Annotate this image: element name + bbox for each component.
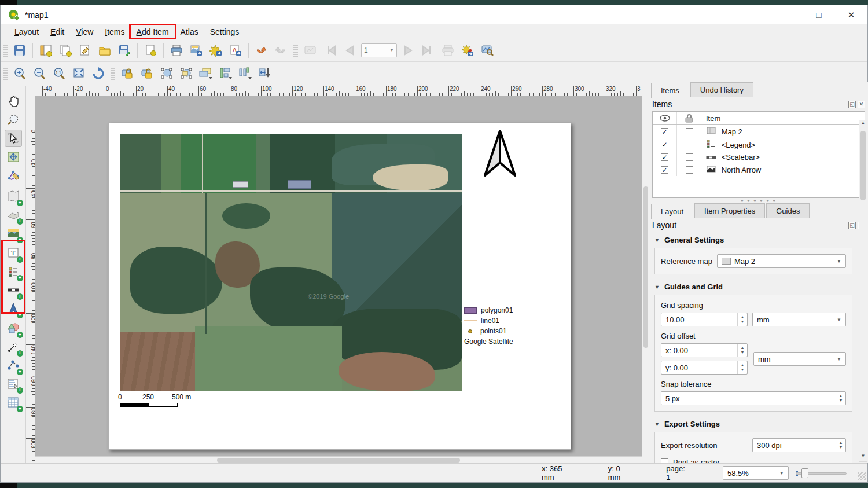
snap-tolerance-spinbox[interactable]: 5 px ▲▼ [661,391,846,405]
atlas-page-combobox[interactable]: 1▼ [361,43,397,57]
export-settings-header[interactable]: ▼ Export Settings [649,416,858,431]
unlock-all-items-button[interactable] [138,65,156,82]
zoom-slider-handle[interactable] [801,468,808,478]
menu-edit[interactable]: Edit [45,25,70,38]
atlas-settings-button[interactable] [479,42,496,59]
visibility-checkbox[interactable]: ✓ [661,153,668,161]
north-arrow-item[interactable] [483,129,517,178]
redo-button[interactable] [273,42,290,59]
add-arrow-tool[interactable]: + [5,338,22,355]
grid-offset-y-spinbox[interactable]: y: 0.00 ▲▼ [661,361,748,375]
raise-selected-items-button[interactable] [197,65,215,82]
next-feature-button[interactable] [400,42,417,59]
scalebar-item[interactable]: 0 250 500 m [120,393,201,407]
group-items-button[interactable] [158,65,175,82]
add-map-tool[interactable]: + [5,188,22,205]
print-layout-button[interactable] [168,42,185,59]
tab-item-properties[interactable]: Item Properties [694,203,765,218]
export-as-svg-button[interactable] [207,42,225,59]
lock-checkbox[interactable] [686,153,693,161]
map-frame-item[interactable]: ©2019 Google [120,134,462,391]
spinner-arrows-icon[interactable]: ▲▼ [737,344,747,357]
float-panel-icon[interactable]: ◱ [848,101,856,108]
tab-layout[interactable]: Layout [651,204,693,219]
toolbar-grip[interactable] [293,43,298,57]
layout-panel-scrollbar[interactable]: ▲ ▼ [859,120,867,462]
add-attribute-table-tool[interactable]: + [5,394,22,411]
open-folder-button[interactable] [96,42,113,59]
grid-spacing-unit-combobox[interactable]: mm ▼ [752,313,846,326]
spinner-arrows-icon[interactable]: ▲▼ [737,313,747,326]
save-project-button[interactable] [11,42,28,59]
visibility-checkbox[interactable]: ✓ [661,166,668,174]
grid-spacing-spinbox[interactable]: 10.00 ▲▼ [661,313,748,326]
tab-undo-history[interactable]: Undo History [690,82,753,97]
refresh-view-button[interactable] [90,65,107,82]
distribute-left-edges-button[interactable] [237,65,254,82]
lock-checkbox[interactable] [686,141,693,148]
add-html-tool[interactable]: + [5,375,22,392]
float-panel-icon[interactable]: ◱ [848,222,856,229]
guides-grid-header[interactable]: ▼ Guides and Grid [649,279,858,293]
toolbar-grip[interactable] [3,43,8,57]
grid-offset-unit-combobox[interactable]: mm ▼ [753,352,846,366]
save-as-template-button[interactable] [116,42,133,59]
item-row-scalebar[interactable]: ✓ <Scalebar> [653,151,865,163]
scroll-down-icon[interactable]: ▼ [859,453,867,461]
select-move-item-tool[interactable] [5,130,22,147]
layout-page[interactable]: ©2019 Google polygon01 line01 [108,123,571,450]
new-layout-button[interactable] [37,42,54,59]
export-as-pdf-button[interactable]: A [227,42,244,59]
zoom-out-button[interactable] [31,65,48,82]
canvas-horizontal-scrollbar[interactable] [35,456,642,463]
add-items-from-template-button[interactable] [142,42,159,59]
add-node-item-tool[interactable]: + [5,357,22,374]
tab-guides[interactable]: Guides [766,203,810,218]
zoom-actual-button[interactable]: 1:1 [50,65,68,82]
layout-manager-button[interactable] [76,42,94,59]
export-as-image-button[interactable] [187,42,205,59]
zoom-slider[interactable] [796,467,847,479]
zoom-tool[interactable] [5,111,22,129]
menu-layout[interactable]: Layout [9,25,45,38]
resize-selected-items-button[interactable] [256,65,274,82]
print-atlas-button[interactable] [439,42,457,59]
item-row-legend[interactable]: ✓ <Legend> [653,138,865,151]
minimize-button[interactable]: – [770,5,803,24]
move-item-content-tool[interactable] [5,148,22,166]
zoom-level-combobox[interactable]: 58.5% ▼ [723,466,789,480]
lock-checkbox[interactable] [686,128,693,135]
first-feature-button[interactable] [321,42,339,59]
spinner-arrows-icon[interactable]: ▲▼ [737,361,747,374]
align-selected-items-button[interactable] [217,65,234,82]
undo-button[interactable] [253,42,270,59]
item-row-map2[interactable]: ✓ Map 2 [653,125,865,138]
canvas-vertical-scrollbar[interactable] [642,96,649,456]
visibility-checkbox[interactable]: ✓ [661,141,668,148]
item-row-north-arrow[interactable]: ✓ North Arrow [653,163,865,176]
spinner-arrows-icon[interactable]: ▲▼ [836,392,845,405]
menu-atlas[interactable]: Atlas [175,25,204,38]
menu-view[interactable]: View [70,25,99,38]
menu-items[interactable]: Items [99,25,130,38]
add-shape-tool[interactable]: + [5,320,22,337]
preview-atlas-button[interactable] [301,42,319,59]
tab-items[interactable]: Items [651,83,689,98]
close-button[interactable]: ✕ [835,5,867,24]
previous-feature-button[interactable] [341,42,358,59]
grid-offset-x-spinbox[interactable]: x: 0.00 ▲▼ [661,343,748,357]
legend-item[interactable]: polygon01 line01 points01 Google Satelli… [464,305,562,346]
lock-checkbox[interactable] [686,166,693,174]
spinner-arrows-icon[interactable]: ▲▼ [836,439,845,452]
reference-map-combobox[interactable]: Map 2 ▼ [717,254,846,268]
add-3d-map-tool[interactable]: + [5,206,22,223]
pan-layout-tool[interactable] [5,93,22,110]
last-feature-button[interactable] [420,42,437,59]
toolbar-grip[interactable] [111,67,115,80]
menu-add-item[interactable]: Add Item [131,25,175,38]
layout-canvas[interactable]: ©2019 Google polygon01 line01 [35,96,642,456]
duplicate-layout-button[interactable] [57,42,74,59]
scroll-up-icon[interactable]: ▲ [859,120,867,129]
edit-nodes-item-tool[interactable] [5,167,22,184]
dock-splitter[interactable]: ● ● ● ● ● ● [649,198,868,203]
